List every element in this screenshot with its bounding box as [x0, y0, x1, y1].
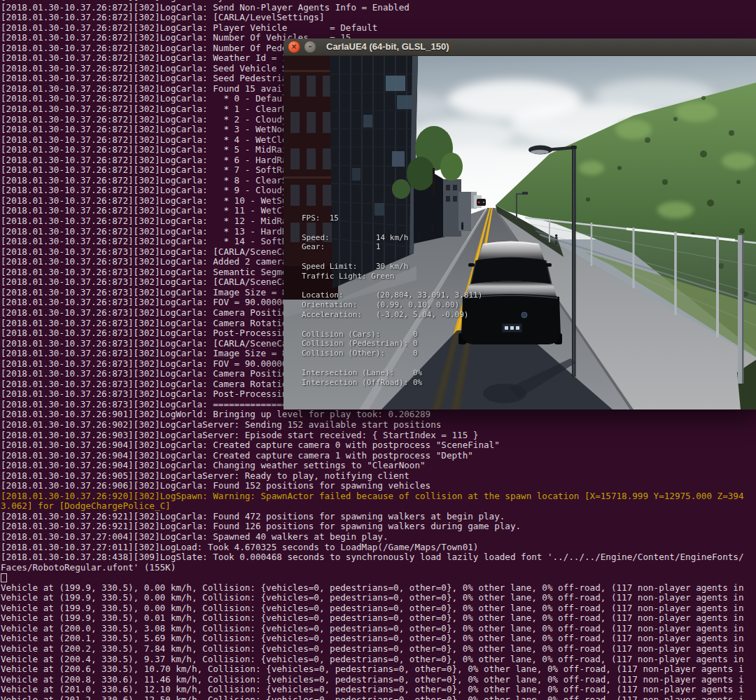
terminal-line: Vehicle at (201.0, 330.6), 12.10 km/h, C… [1, 685, 756, 695]
terminal-line: [2018.01.30-10.37.26:872][302]LogCarla: … [1, 13, 756, 23]
terminal-line: Vehicle at (200.2, 330.5), 7.84 km/h, Co… [1, 644, 756, 654]
minimize-button[interactable]: – [304, 41, 316, 53]
terminal-line: [2018.01.30-10.37.26:872][302]LogCarla: … [1, 23, 756, 34]
terminal-line: Vehicle at (199.9, 330.5), 0.00 km/h, Co… [1, 593, 756, 603]
terminal-line: [2018.01.30-10.37.26:921][302]LogCarla: … [1, 512, 756, 522]
game-viewport[interactable]: FPS: 15 Speed: 14 km/h Gear: 1 Speed Lim… [284, 56, 756, 410]
terminal-line: Vehicle at (200.4, 330.5), 9.37 km/h, Co… [1, 654, 756, 665]
terminal-line: Vehicle at (200.1, 330.5), 5.69 km/h, Co… [1, 634, 756, 644]
terminal-line: [2018.01.30-10.37.26:902][302]LogCarlaSe… [1, 420, 756, 430]
terminal-line: Vehicle at (200.8, 330.6), 11.46 km/h, C… [1, 675, 756, 685]
terminal-line [1, 573, 756, 583]
carla-window: × – CarlaUE4 (64-bit, GLSL_150) [284, 38, 756, 410]
terminal-line: [2018.01.30-10.37.26:904][302]LogCarla: … [1, 440, 756, 451]
terminal-line: Vehicle at (200.6, 330.5), 10.70 km/h, C… [1, 664, 756, 675]
terminal-line: [2018.01.30-10.37.26:872][302]LogCarla: … [1, 3, 756, 13]
terminal-line: [2018.01.30-10.37.26:904][302]LogCarla: … [1, 461, 756, 471]
terminal-line: [2018.01.30-10.37.26:903][302]LogCarlaSe… [1, 430, 756, 441]
terminal-line: Faces/RobotoRegular.ufont' (155K) [1, 563, 756, 573]
terminal-line: Vehicle at (199.9, 330.5), 0.01 km/h, Co… [1, 613, 756, 624]
close-icon: × [291, 43, 297, 50]
terminal-line: [2018.01.30-10.37.26:901][302]LogWorld: … [1, 410, 756, 420]
distant-car [477, 199, 486, 206]
window-title: CarlaUE4 (64-bit, GLSL_150) [326, 38, 449, 55]
terminal-line: [2018.01.30-10.37.26:904][302]LogCarla: … [1, 451, 756, 461]
terminal-line: [2018.01.30-10.37.26:905][302]LogCarlaSe… [1, 471, 756, 482]
terminal-cursor [1, 573, 7, 582]
terminal-line: [2018.01.30-10.37.26:906][302]LogCarla: … [1, 481, 756, 491]
terminal-line: [2018.01.30-10.37.28:438][309]LogSlate: … [1, 552, 756, 563]
terminal-line: [2018.01.30-10.37.27:004][302]LogCarla: … [1, 532, 756, 542]
terminal-line: Vehicle at (201.2, 330.6), 12.50 km/h, C… [1, 695, 756, 700]
hud-overlay: FPS: 15 Speed: 14 km/h Gear: 1 Speed Lim… [302, 214, 482, 387]
carla-window-titlebar[interactable]: × – CarlaUE4 (64-bit, GLSL_150) [284, 38, 756, 56]
terminal-line: 3.062] for [DodgeChargePolice_C] [1, 501, 756, 512]
terminal-line: Vehicle at (200.0, 330.5), 3.08 km/h, Co… [1, 624, 756, 634]
terminal-line: [2018.01.30-10.37.26:920][302]LogSpawn: … [1, 491, 756, 502]
terminal-line: Vehicle at (199.9, 330.5), 0.00 km/h, Co… [1, 603, 756, 614]
terminal-line: Vehicle at (199.9, 330.5), 0.00 km/h, Co… [1, 583, 756, 594]
desktop-screen: [2018.01.30-10.37.26:872][302]LogCarla: … [0, 0, 756, 700]
terminal-line: [2018.01.30-10.37.26:921][302]LogCarla: … [1, 522, 756, 532]
terminal-line: [2018.01.30-10.37.27:011][302]LogLoad: T… [1, 542, 756, 553]
close-button[interactable]: × [288, 41, 300, 53]
minimize-icon: – [309, 43, 312, 50]
